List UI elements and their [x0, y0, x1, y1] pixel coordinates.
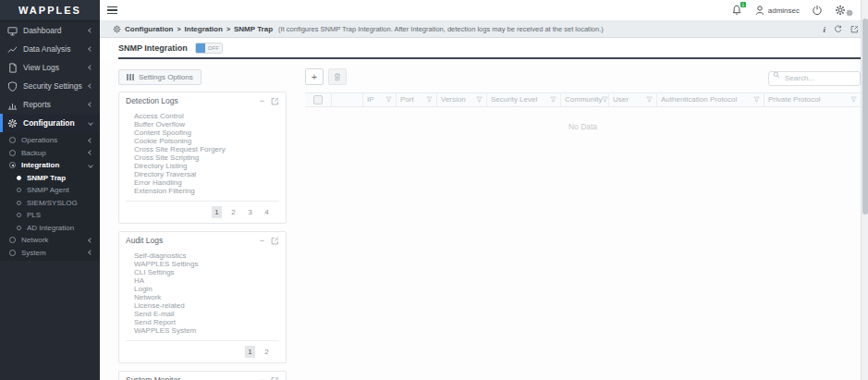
sidebar-subitem[interactable]: Backup: [0, 147, 100, 160]
app-root: WAPPLES Dashboard Data Analysis View Log…: [0, 0, 868, 380]
filter-funnel-icon[interactable]: [646, 96, 653, 103]
logout-button[interactable]: [812, 5, 823, 16]
sidebar-subitem[interactable]: System: [0, 247, 100, 260]
panel-item: CLI Settings: [134, 268, 279, 276]
breadcrumb-separator: >: [226, 26, 230, 32]
filter-funnel-icon[interactable]: [850, 96, 857, 103]
search-input[interactable]: [768, 71, 861, 86]
settings-panel: Detection Logs − Access ControlBuffer Ov…: [118, 92, 287, 224]
info-icon[interactable]: i: [823, 25, 825, 34]
settings-panel: System Monitor − Sending Frequency: 10Se…: [118, 371, 287, 380]
breadcrumb-item[interactable]: Integration: [185, 25, 223, 33]
sidebar-subitem[interactable]: PLS: [0, 209, 100, 222]
sidebar-item[interactable]: Reports: [0, 95, 100, 114]
column-header-label: Authentication Protocol: [661, 95, 737, 104]
filter-funnel-icon[interactable]: [385, 96, 392, 103]
panel-title: Audit Logs: [126, 236, 163, 245]
bullet-icon: [17, 188, 21, 192]
collapse-icon[interactable]: −: [260, 376, 264, 380]
page-button[interactable]: 4: [262, 206, 272, 218]
sidebar-subitem[interactable]: SNMP Agent: [0, 184, 100, 197]
collapse-icon[interactable]: −: [260, 97, 264, 104]
select-all-checkbox[interactable]: [313, 95, 323, 104]
column-header[interactable]: User: [608, 93, 656, 106]
panel-item: Directory Traversal: [134, 170, 279, 178]
page-button[interactable]: 2: [262, 346, 272, 358]
sidebar-subitem[interactable]: SIEM/SYSLOG: [0, 197, 100, 210]
settings-button[interactable]: [835, 5, 853, 17]
scrollbar-thumb[interactable]: [862, 18, 868, 215]
filter-funnel-icon[interactable]: [550, 96, 556, 103]
user-menu[interactable]: adminsec: [754, 5, 800, 16]
add-row-button[interactable]: +: [305, 68, 324, 85]
gears-icon: [846, 9, 853, 17]
column-header[interactable]: Authentication Protocol: [656, 93, 764, 106]
snmp-integration-toggle[interactable]: OFF: [195, 43, 223, 54]
toggle-knob: [196, 43, 205, 53]
hamburger-menu-icon[interactable]: [107, 5, 117, 17]
panel-item: Self-diagnostics: [134, 251, 279, 260]
table-search: [768, 67, 861, 86]
breadcrumb-description: (It configures SNMP Trap Integration. Af…: [278, 25, 604, 33]
sidebar-item[interactable]: Data Analysis: [0, 40, 100, 58]
sidebar-subitem-label: SIEM/SYSLOG: [27, 199, 78, 207]
select-all-cell: [305, 93, 331, 106]
bullet-icon: [9, 250, 16, 256]
breadcrumb-item[interactable]: SNMP Trap: [234, 25, 273, 33]
filter-funnel-icon[interactable]: [426, 96, 433, 103]
column-header[interactable]: Private Protocol: [764, 93, 861, 106]
settings-options-button[interactable]: Settings Options: [118, 69, 202, 85]
panel-item: Extension Filtering: [134, 187, 279, 195]
sidebar-subitem[interactable]: Integration: [0, 159, 100, 172]
breadcrumb-item[interactable]: Configuration: [125, 25, 173, 33]
column-header[interactable]: IP: [362, 93, 396, 106]
sidebar-item-label: Configuration: [23, 118, 75, 128]
notifications-button[interactable]: 1: [731, 5, 742, 16]
panel-actions: −: [260, 376, 279, 380]
column-header[interactable]: Version: [436, 93, 486, 106]
sidebar-item[interactable]: View Logs: [0, 58, 100, 77]
sidebar-subitem[interactable]: SNMP Trap: [0, 172, 100, 185]
vertical-scrollbar[interactable]: [861, 0, 868, 380]
column-header[interactable]: Port: [396, 93, 436, 106]
sidebar-item[interactable]: Configuration: [0, 114, 100, 132]
panel-item: Content Spoofing: [134, 129, 279, 137]
panel-item: Directory Listing: [134, 162, 279, 170]
column-header[interactable]: Security Level: [486, 93, 560, 106]
columns-icon: [127, 74, 134, 80]
column-header-label: Port: [400, 95, 414, 104]
panel-item: Buffer Overflow: [134, 120, 279, 129]
chevron-icon: [88, 163, 93, 168]
panel-header: System Monitor −: [119, 372, 286, 380]
actions-column-header: [331, 93, 362, 106]
page-button[interactable]: 3: [245, 206, 255, 218]
chart-line-icon: [7, 44, 18, 55]
sidebar-subitem-label: Integration: [21, 161, 59, 169]
collapse-icon[interactable]: −: [260, 237, 264, 244]
sidebar-item[interactable]: Security Settings: [0, 77, 100, 95]
refresh-icon[interactable]: [834, 25, 842, 33]
edit-icon[interactable]: [271, 97, 279, 105]
filter-funnel-icon[interactable]: [476, 96, 483, 103]
sidebar-subitem[interactable]: Operations: [0, 134, 100, 147]
panel-header: Audit Logs −: [119, 232, 286, 249]
sidebar-item[interactable]: Dashboard: [0, 21, 100, 40]
chevron-icon: [88, 65, 93, 70]
chevron-icon: [88, 83, 93, 89]
column-header[interactable]: Community: [560, 93, 608, 106]
sidebar-subitem-label: Operations: [21, 136, 57, 144]
sidebar-subitem[interactable]: AD Integration: [0, 222, 100, 235]
page-button[interactable]: 1: [245, 346, 255, 358]
delete-row-button[interactable]: [328, 68, 347, 85]
bullet-icon: [9, 162, 16, 168]
settings-panels: Detection Logs − Access ControlBuffer Ov…: [118, 92, 287, 380]
sidebar-subitem[interactable]: Network: [0, 234, 100, 247]
edit-window-icon[interactable]: [850, 25, 859, 33]
table-toolbar: +: [305, 67, 861, 86]
filter-funnel-icon[interactable]: [753, 96, 760, 103]
edit-icon[interactable]: [271, 237, 279, 245]
column-header-label: User: [613, 95, 629, 104]
page-button[interactable]: 1: [212, 206, 222, 218]
page-button[interactable]: 2: [228, 206, 238, 218]
edit-icon[interactable]: [271, 376, 279, 380]
